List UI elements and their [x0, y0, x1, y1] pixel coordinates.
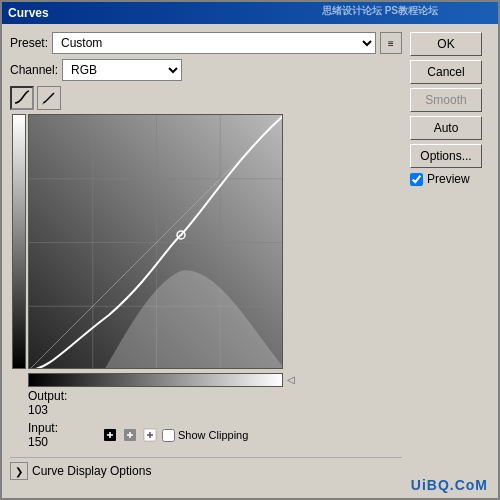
curve-display-label: Curve Display Options [32, 464, 151, 478]
curves-dialog: Curves 思绪设计论坛 PS教程论坛 Preset: Custom ≡ Ch… [0, 0, 500, 500]
output-value: 103 [28, 403, 67, 417]
show-clipping-row: Show Clipping [162, 429, 248, 442]
channel-select[interactable]: RGB Red Green Blue [62, 59, 182, 81]
grid-svg [29, 115, 282, 368]
output-block: Output: 103 [28, 389, 67, 417]
sample-shadows-icon[interactable] [102, 427, 118, 443]
bottom-tools: Input: 150 Show Clipping [28, 421, 402, 449]
input-value: 150 [28, 435, 58, 449]
preset-row: Preset: Custom ≡ [10, 32, 402, 54]
preview-row: Preview [410, 172, 490, 186]
curve-icon [13, 89, 31, 107]
preset-select[interactable]: Custom [52, 32, 376, 54]
svg-rect-2 [29, 115, 282, 368]
h-arrow-icon: ◁ [287, 374, 295, 385]
window-title: Curves [8, 6, 49, 20]
pencil-icon [40, 89, 58, 107]
ok-button[interactable]: OK [410, 32, 482, 56]
svg-line-0 [44, 93, 54, 103]
left-panel: Preset: Custom ≡ Channel: RGB Red Green … [10, 32, 402, 480]
curve-tools [10, 86, 402, 110]
cancel-button[interactable]: Cancel [410, 60, 482, 84]
preset-label: Preset: [10, 36, 48, 50]
input-label: Input: [28, 421, 58, 435]
values-row: Output: 103 [28, 389, 283, 417]
preview-label: Preview [427, 172, 470, 186]
curve-canvas[interactable] [28, 114, 283, 369]
preview-check[interactable] [410, 173, 423, 186]
input-block: Input: 150 [28, 421, 58, 449]
curve-wrapper: ◁ [28, 114, 402, 387]
output-label: Output: [28, 389, 67, 403]
v-gradient-bar [12, 114, 26, 369]
pencil-tool-btn[interactable] [37, 86, 61, 110]
sample-midtones-icon[interactable] [122, 427, 138, 443]
bottom-watermark: UiBQ.CoM [411, 477, 488, 493]
show-clipping-label: Show Clipping [178, 429, 248, 441]
watermark: 思绪设计论坛 PS教程论坛 [322, 4, 438, 18]
curve-tool-btn[interactable] [10, 86, 34, 110]
expand-icon[interactable]: ❯ [10, 462, 28, 480]
title-bar: Curves 思绪设计论坛 PS教程论坛 [2, 2, 498, 24]
show-clipping-check[interactable] [162, 429, 175, 442]
h-gradient-bar [28, 373, 283, 387]
smooth-button[interactable]: Smooth [410, 88, 482, 112]
channel-row: Channel: RGB Red Green Blue [10, 59, 402, 81]
options-button[interactable]: Options... [410, 144, 482, 168]
h-gradient-row: ◁ [28, 371, 402, 387]
curve-display-row[interactable]: ❯ Curve Display Options [10, 457, 402, 480]
sample-highlights-icon[interactable] [142, 427, 158, 443]
auto-button[interactable]: Auto [410, 116, 482, 140]
right-panel: OK Cancel Smooth Auto Options... Preview [410, 32, 490, 480]
vertical-gradient [12, 114, 26, 369]
channel-label: Channel: [10, 63, 58, 77]
settings-icon[interactable]: ≡ [380, 32, 402, 54]
